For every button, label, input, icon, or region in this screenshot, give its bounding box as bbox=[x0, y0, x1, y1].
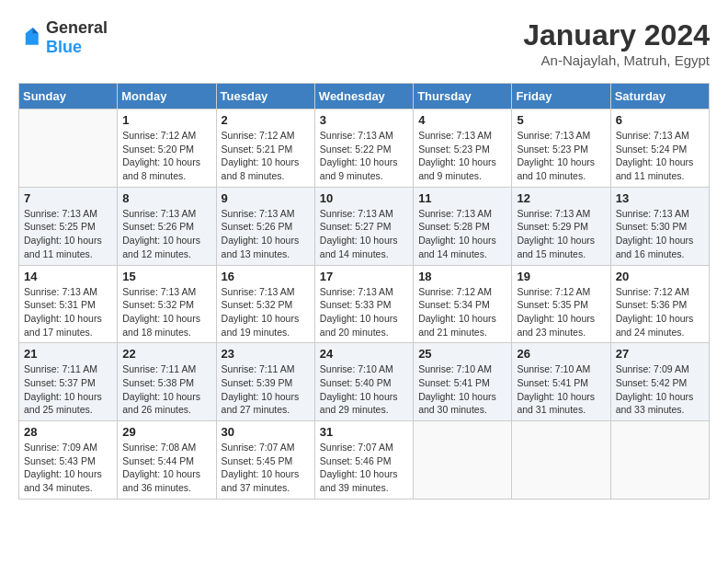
calendar-cell: 7 Sunrise: 7:13 AMSunset: 5:25 PMDayligh… bbox=[19, 187, 118, 265]
day-number: 3 bbox=[320, 113, 408, 127]
day-number: 27 bbox=[616, 347, 704, 361]
day-info: Sunrise: 7:13 AMSunset: 5:26 PMDaylight:… bbox=[222, 207, 310, 261]
day-number: 16 bbox=[222, 270, 310, 283]
day-info: Sunrise: 7:12 AMSunset: 5:36 PMDaylight:… bbox=[616, 285, 704, 339]
day-number: 6 bbox=[616, 113, 704, 127]
day-number: 14 bbox=[24, 270, 112, 283]
day-number: 13 bbox=[616, 191, 704, 205]
calendar-cell: 3 Sunrise: 7:13 AMSunset: 5:22 PMDayligh… bbox=[314, 109, 413, 188]
day-info: Sunrise: 7:13 AMSunset: 5:32 PMDaylight:… bbox=[222, 285, 310, 339]
svg-marker-1 bbox=[33, 28, 39, 33]
logo: General Blue bbox=[18, 18, 108, 57]
day-number: 11 bbox=[418, 191, 506, 205]
day-info: Sunrise: 7:13 AMSunset: 5:29 PMDaylight:… bbox=[517, 207, 605, 261]
day-info: Sunrise: 7:10 AMSunset: 5:40 PMDaylight:… bbox=[320, 362, 408, 417]
day-info: Sunrise: 7:11 AMSunset: 5:39 PMDaylight:… bbox=[222, 362, 310, 417]
day-info: Sunrise: 7:11 AMSunset: 5:38 PMDaylight:… bbox=[122, 362, 210, 417]
calendar-week-row: 1 Sunrise: 7:12 AMSunset: 5:20 PMDayligh… bbox=[19, 109, 710, 188]
calendar-cell: 5 Sunrise: 7:13 AMSunset: 5:23 PMDayligh… bbox=[512, 109, 610, 188]
day-info: Sunrise: 7:13 AMSunset: 5:31 PMDaylight:… bbox=[24, 285, 112, 339]
calendar-cell: 13 Sunrise: 7:13 AMSunset: 5:30 PMDaylig… bbox=[610, 187, 709, 265]
day-info: Sunrise: 7:12 AMSunset: 5:34 PMDaylight:… bbox=[418, 285, 506, 339]
day-info: Sunrise: 7:13 AMSunset: 5:22 PMDaylight:… bbox=[320, 129, 408, 183]
calendar-cell: 29 Sunrise: 7:08 AMSunset: 5:44 PMDaylig… bbox=[118, 421, 216, 500]
weekday-header: Sunday bbox=[19, 84, 118, 109]
calendar-cell: 11 Sunrise: 7:13 AMSunset: 5:28 PMDaylig… bbox=[414, 187, 512, 265]
calendar-table: SundayMondayTuesdayWednesdayThursdayFrid… bbox=[18, 83, 710, 500]
day-info: Sunrise: 7:13 AMSunset: 5:23 PMDaylight:… bbox=[517, 129, 605, 183]
day-number: 9 bbox=[222, 191, 310, 205]
calendar-cell: 10 Sunrise: 7:13 AMSunset: 5:27 PMDaylig… bbox=[314, 187, 413, 265]
day-number: 17 bbox=[320, 270, 408, 283]
calendar-cell: 25 Sunrise: 7:10 AMSunset: 5:41 PMDaylig… bbox=[414, 343, 512, 421]
day-number: 10 bbox=[320, 191, 408, 205]
day-info: Sunrise: 7:07 AMSunset: 5:46 PMDaylight:… bbox=[320, 441, 408, 495]
calendar-week-row: 14 Sunrise: 7:13 AMSunset: 5:31 PMDaylig… bbox=[19, 265, 710, 343]
title-block: January 2024 An-Najaylah, Matruh, Egypt bbox=[523, 18, 710, 68]
calendar-cell bbox=[19, 109, 118, 188]
calendar-cell: 6 Sunrise: 7:13 AMSunset: 5:24 PMDayligh… bbox=[610, 109, 709, 188]
calendar-cell: 30 Sunrise: 7:07 AMSunset: 5:45 PMDaylig… bbox=[216, 421, 314, 500]
calendar-cell: 18 Sunrise: 7:12 AMSunset: 5:34 PMDaylig… bbox=[414, 265, 512, 343]
day-number: 7 bbox=[24, 191, 112, 205]
weekday-header: Saturday bbox=[610, 84, 709, 109]
day-info: Sunrise: 7:12 AMSunset: 5:20 PMDaylight:… bbox=[122, 129, 210, 183]
day-info: Sunrise: 7:09 AMSunset: 5:43 PMDaylight:… bbox=[24, 441, 112, 495]
day-info: Sunrise: 7:12 AMSunset: 5:35 PMDaylight:… bbox=[517, 285, 605, 339]
calendar-cell: 22 Sunrise: 7:11 AMSunset: 5:38 PMDaylig… bbox=[118, 343, 216, 421]
calendar-cell bbox=[512, 421, 610, 500]
day-info: Sunrise: 7:12 AMSunset: 5:21 PMDaylight:… bbox=[222, 129, 310, 183]
calendar-cell: 9 Sunrise: 7:13 AMSunset: 5:26 PMDayligh… bbox=[216, 187, 314, 265]
logo-text: General Blue bbox=[46, 18, 108, 57]
calendar-cell: 4 Sunrise: 7:13 AMSunset: 5:23 PMDayligh… bbox=[414, 109, 512, 188]
weekday-header: Thursday bbox=[414, 84, 512, 109]
weekday-header: Friday bbox=[512, 84, 610, 109]
calendar-cell: 27 Sunrise: 7:09 AMSunset: 5:42 PMDaylig… bbox=[610, 343, 709, 421]
weekday-header: Monday bbox=[118, 84, 216, 109]
calendar-cell bbox=[610, 421, 709, 500]
day-number: 2 bbox=[222, 113, 310, 127]
day-number: 26 bbox=[517, 347, 605, 361]
day-info: Sunrise: 7:13 AMSunset: 5:25 PMDaylight:… bbox=[24, 207, 112, 261]
day-number: 24 bbox=[320, 347, 408, 361]
calendar-cell: 24 Sunrise: 7:10 AMSunset: 5:40 PMDaylig… bbox=[314, 343, 413, 421]
day-info: Sunrise: 7:13 AMSunset: 5:23 PMDaylight:… bbox=[418, 129, 506, 183]
day-number: 22 bbox=[122, 347, 210, 361]
day-number: 5 bbox=[517, 113, 605, 127]
location: An-Najaylah, Matruh, Egypt bbox=[523, 52, 710, 68]
day-info: Sunrise: 7:13 AMSunset: 5:26 PMDaylight:… bbox=[122, 207, 210, 261]
weekday-header: Wednesday bbox=[314, 84, 413, 109]
calendar-cell: 1 Sunrise: 7:12 AMSunset: 5:20 PMDayligh… bbox=[118, 109, 216, 188]
day-number: 30 bbox=[222, 425, 310, 439]
weekday-header: Tuesday bbox=[216, 84, 314, 109]
calendar-cell: 20 Sunrise: 7:12 AMSunset: 5:36 PMDaylig… bbox=[610, 265, 709, 343]
day-info: Sunrise: 7:13 AMSunset: 5:30 PMDaylight:… bbox=[616, 207, 704, 261]
svg-marker-0 bbox=[26, 28, 39, 45]
calendar-cell: 16 Sunrise: 7:13 AMSunset: 5:32 PMDaylig… bbox=[216, 265, 314, 343]
calendar-cell bbox=[414, 421, 512, 500]
day-info: Sunrise: 7:13 AMSunset: 5:33 PMDaylight:… bbox=[320, 285, 408, 339]
logo-icon bbox=[18, 25, 44, 51]
day-info: Sunrise: 7:13 AMSunset: 5:28 PMDaylight:… bbox=[418, 207, 506, 261]
day-number: 28 bbox=[24, 425, 112, 439]
calendar-cell: 2 Sunrise: 7:12 AMSunset: 5:21 PMDayligh… bbox=[216, 109, 314, 188]
day-number: 25 bbox=[418, 347, 506, 361]
day-number: 23 bbox=[222, 347, 310, 361]
day-info: Sunrise: 7:13 AMSunset: 5:32 PMDaylight:… bbox=[122, 285, 210, 339]
day-number: 15 bbox=[122, 270, 210, 283]
calendar-cell: 15 Sunrise: 7:13 AMSunset: 5:32 PMDaylig… bbox=[118, 265, 216, 343]
calendar-cell: 17 Sunrise: 7:13 AMSunset: 5:33 PMDaylig… bbox=[314, 265, 413, 343]
day-number: 18 bbox=[418, 270, 506, 283]
page-header: General Blue January 2024 An-Najaylah, M… bbox=[18, 18, 710, 68]
day-number: 19 bbox=[517, 270, 605, 283]
day-number: 20 bbox=[616, 270, 704, 283]
calendar-week-row: 7 Sunrise: 7:13 AMSunset: 5:25 PMDayligh… bbox=[19, 187, 710, 265]
calendar-week-row: 28 Sunrise: 7:09 AMSunset: 5:43 PMDaylig… bbox=[19, 421, 710, 500]
day-number: 4 bbox=[418, 113, 506, 127]
calendar-cell: 28 Sunrise: 7:09 AMSunset: 5:43 PMDaylig… bbox=[19, 421, 118, 500]
day-number: 1 bbox=[122, 113, 210, 127]
day-info: Sunrise: 7:13 AMSunset: 5:24 PMDaylight:… bbox=[616, 129, 704, 183]
calendar-cell: 8 Sunrise: 7:13 AMSunset: 5:26 PMDayligh… bbox=[118, 187, 216, 265]
day-info: Sunrise: 7:10 AMSunset: 5:41 PMDaylight:… bbox=[517, 362, 605, 417]
day-info: Sunrise: 7:07 AMSunset: 5:45 PMDaylight:… bbox=[222, 441, 310, 495]
